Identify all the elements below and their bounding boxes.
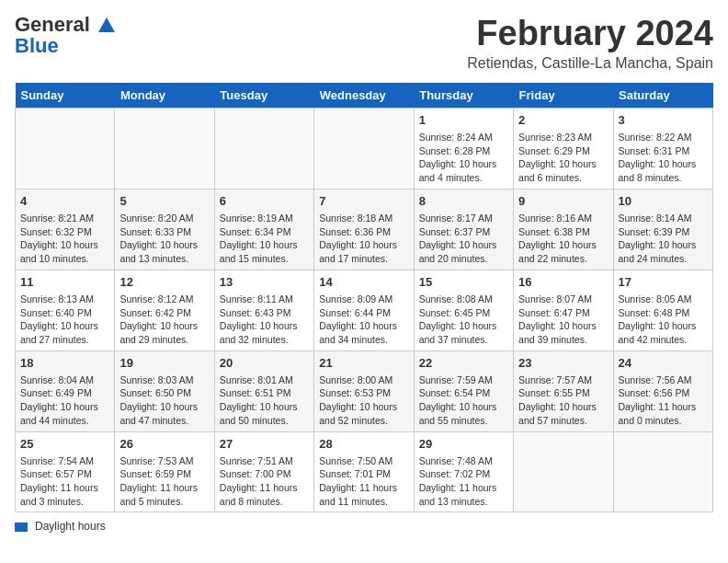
calendar-cell: 15Sunrise: 8:08 AM Sunset: 6:45 PM Dayli… <box>414 270 513 350</box>
calendar-cell: 16Sunrise: 8:07 AM Sunset: 6:47 PM Dayli… <box>514 270 613 350</box>
day-info: Sunrise: 8:17 AM Sunset: 6:37 PM Dayligh… <box>419 212 508 266</box>
week-row-3: 11Sunrise: 8:13 AM Sunset: 6:40 PM Dayli… <box>16 270 713 350</box>
day-info: Sunrise: 8:04 AM Sunset: 6:49 PM Dayligh… <box>20 373 109 428</box>
logo: General Blue <box>15 15 117 58</box>
calendar-cell <box>314 108 414 189</box>
col-header-friday: Friday <box>514 83 613 109</box>
calendar-cell <box>514 431 613 512</box>
week-row-5: 25Sunrise: 7:54 AM Sunset: 6:57 PM Dayli… <box>16 431 713 512</box>
calendar-cell: 2Sunrise: 8:23 AM Sunset: 6:29 PM Daylig… <box>514 108 613 189</box>
day-number: 14 <box>319 274 408 291</box>
calendar-cell: 23Sunrise: 7:57 AM Sunset: 6:55 PM Dayli… <box>514 350 613 431</box>
calendar-cell: 6Sunrise: 8:19 AM Sunset: 6:34 PM Daylig… <box>214 189 313 270</box>
calendar-cell: 18Sunrise: 8:04 AM Sunset: 6:49 PM Dayli… <box>16 350 115 431</box>
footer-note: Daylight hours <box>15 520 713 533</box>
calendar-cell <box>16 108 115 189</box>
day-info: Sunrise: 8:23 AM Sunset: 6:29 PM Dayligh… <box>518 131 608 185</box>
calendar-cell: 5Sunrise: 8:20 AM Sunset: 6:33 PM Daylig… <box>115 189 214 270</box>
day-number: 16 <box>518 274 608 291</box>
day-info: Sunrise: 8:20 AM Sunset: 6:33 PM Dayligh… <box>119 212 209 266</box>
col-header-wednesday: Wednesday <box>314 83 414 109</box>
day-number: 25 <box>20 436 109 453</box>
calendar-cell: 26Sunrise: 7:53 AM Sunset: 6:59 PM Dayli… <box>115 431 214 512</box>
day-info: Sunrise: 8:08 AM Sunset: 6:45 PM Dayligh… <box>419 293 508 347</box>
day-number: 27 <box>220 436 309 453</box>
day-info: Sunrise: 8:22 AM Sunset: 6:31 PM Dayligh… <box>619 131 708 185</box>
day-info: Sunrise: 8:18 AM Sunset: 6:36 PM Dayligh… <box>319 212 408 266</box>
day-number: 11 <box>20 274 109 291</box>
day-info: Sunrise: 8:00 AM Sunset: 6:53 PM Dayligh… <box>319 373 408 428</box>
calendar-cell: 4Sunrise: 8:21 AM Sunset: 6:32 PM Daylig… <box>16 189 115 270</box>
day-number: 2 <box>518 112 608 129</box>
week-row-4: 18Sunrise: 8:04 AM Sunset: 6:49 PM Dayli… <box>16 350 713 431</box>
day-number: 5 <box>119 193 209 210</box>
day-info: Sunrise: 8:05 AM Sunset: 6:48 PM Dayligh… <box>619 293 708 347</box>
day-info: Sunrise: 7:50 AM Sunset: 7:01 PM Dayligh… <box>319 454 408 509</box>
day-info: Sunrise: 8:09 AM Sunset: 6:44 PM Dayligh… <box>319 293 408 347</box>
day-info: Sunrise: 8:03 AM Sunset: 6:50 PM Dayligh… <box>119 373 209 428</box>
calendar-cell: 3Sunrise: 8:22 AM Sunset: 6:31 PM Daylig… <box>613 108 712 189</box>
calendar-cell: 22Sunrise: 7:59 AM Sunset: 6:54 PM Dayli… <box>414 350 513 431</box>
day-info: Sunrise: 7:51 AM Sunset: 7:00 PM Dayligh… <box>220 454 309 509</box>
day-number: 8 <box>419 193 508 210</box>
day-info: Sunrise: 8:07 AM Sunset: 6:47 PM Dayligh… <box>518 293 608 347</box>
logo-general: General <box>15 13 90 36</box>
day-info: Sunrise: 8:19 AM Sunset: 6:34 PM Dayligh… <box>220 212 309 266</box>
calendar-cell: 10Sunrise: 8:14 AM Sunset: 6:39 PM Dayli… <box>613 189 712 270</box>
calendar-cell: 24Sunrise: 7:56 AM Sunset: 6:56 PM Dayli… <box>613 350 712 431</box>
day-number: 23 <box>518 355 608 372</box>
calendar-cell: 13Sunrise: 8:11 AM Sunset: 6:43 PM Dayli… <box>214 270 313 350</box>
calendar-cell: 21Sunrise: 8:00 AM Sunset: 6:53 PM Dayli… <box>314 350 414 431</box>
title-block: February 2024 Retiendas, Castille-La Man… <box>467 15 713 72</box>
day-info: Sunrise: 7:54 AM Sunset: 6:57 PM Dayligh… <box>20 454 109 509</box>
calendar-cell: 17Sunrise: 8:05 AM Sunset: 6:48 PM Dayli… <box>613 270 712 350</box>
col-header-saturday: Saturday <box>613 83 712 109</box>
col-header-monday: Monday <box>115 83 214 109</box>
calendar-cell: 9Sunrise: 8:16 AM Sunset: 6:38 PM Daylig… <box>514 189 613 270</box>
day-info: Sunrise: 8:13 AM Sunset: 6:40 PM Dayligh… <box>20 293 109 347</box>
day-number: 29 <box>419 436 508 453</box>
day-number: 12 <box>119 274 209 291</box>
header: General Blue February 2024 Retiendas, Ca… <box>15 15 713 72</box>
day-info: Sunrise: 8:14 AM Sunset: 6:39 PM Dayligh… <box>619 212 708 266</box>
day-info: Sunrise: 8:24 AM Sunset: 6:28 PM Dayligh… <box>419 131 508 185</box>
calendar-cell: 25Sunrise: 7:54 AM Sunset: 6:57 PM Dayli… <box>16 431 115 512</box>
day-info: Sunrise: 7:59 AM Sunset: 6:54 PM Dayligh… <box>419 373 508 428</box>
day-number: 6 <box>220 193 309 210</box>
calendar-cell: 7Sunrise: 8:18 AM Sunset: 6:36 PM Daylig… <box>314 189 414 270</box>
day-number: 1 <box>419 112 508 129</box>
legend-box: Daylight hours <box>15 520 113 533</box>
day-number: 7 <box>319 193 408 210</box>
day-number: 28 <box>319 436 408 453</box>
day-number: 15 <box>419 274 508 291</box>
calendar-cell <box>613 431 712 512</box>
day-number: 26 <box>119 436 209 453</box>
calendar-cell: 20Sunrise: 8:01 AM Sunset: 6:51 PM Dayli… <box>214 350 313 431</box>
calendar-cell: 29Sunrise: 7:48 AM Sunset: 7:02 PM Dayli… <box>414 431 513 512</box>
month-title: February 2024 <box>467 15 713 53</box>
header-row: SundayMondayTuesdayWednesdayThursdayFrid… <box>16 83 713 109</box>
logo-icon <box>97 16 117 36</box>
calendar-table: SundayMondayTuesdayWednesdayThursdayFrid… <box>15 83 713 513</box>
logo-blue: Blue <box>15 34 59 58</box>
day-info: Sunrise: 8:01 AM Sunset: 6:51 PM Dayligh… <box>220 373 309 428</box>
calendar-cell: 28Sunrise: 7:50 AM Sunset: 7:01 PM Dayli… <box>314 431 414 512</box>
calendar-cell: 14Sunrise: 8:09 AM Sunset: 6:44 PM Dayli… <box>314 270 414 350</box>
day-info: Sunrise: 7:56 AM Sunset: 6:56 PM Dayligh… <box>619 373 708 428</box>
calendar-cell: 11Sunrise: 8:13 AM Sunset: 6:40 PM Dayli… <box>16 270 115 350</box>
col-header-sunday: Sunday <box>16 83 115 109</box>
day-number: 3 <box>619 112 708 129</box>
day-info: Sunrise: 8:16 AM Sunset: 6:38 PM Dayligh… <box>518 212 608 266</box>
day-number: 19 <box>119 355 209 372</box>
day-number: 20 <box>220 355 309 372</box>
day-number: 17 <box>619 274 708 291</box>
calendar-cell: 19Sunrise: 8:03 AM Sunset: 6:50 PM Dayli… <box>115 350 214 431</box>
day-info: Sunrise: 7:48 AM Sunset: 7:02 PM Dayligh… <box>419 454 508 509</box>
location-title: Retiendas, Castille-La Mancha, Spain <box>467 55 713 72</box>
col-header-thursday: Thursday <box>414 83 513 109</box>
day-info: Sunrise: 7:53 AM Sunset: 6:59 PM Dayligh… <box>119 454 209 509</box>
day-info: Sunrise: 8:21 AM Sunset: 6:32 PM Dayligh… <box>20 212 109 266</box>
svg-marker-0 <box>98 17 115 32</box>
calendar-cell: 12Sunrise: 8:12 AM Sunset: 6:42 PM Dayli… <box>115 270 214 350</box>
day-number: 4 <box>20 193 109 210</box>
